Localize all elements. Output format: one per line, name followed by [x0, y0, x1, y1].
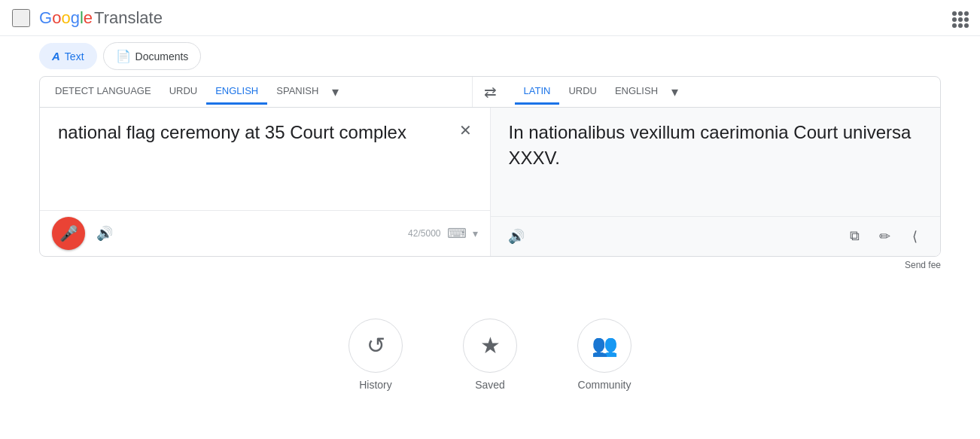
community-circle: 👥	[577, 319, 632, 373]
history-item[interactable]: ↺ History	[348, 319, 403, 391]
source-right-controls: 42/5000 ⌨ ▾	[408, 225, 477, 242]
saved-circle: ★	[463, 319, 517, 373]
swap-languages-button[interactable]: ⇄	[476, 77, 506, 107]
target-lang-tabs: LATIN URDU ENGLISH ▾	[509, 77, 941, 107]
header-left: Google Translate	[12, 8, 163, 28]
text-mode-icon: A	[52, 50, 60, 62]
community-label: Community	[578, 379, 632, 391]
source-panel: national flag ceremony at 35 Court compl…	[40, 108, 491, 256]
source-text-input[interactable]: national flag ceremony at 35 Court compl…	[58, 120, 472, 196]
documents-mode-icon: 📄	[116, 49, 131, 63]
target-action-buttons: ⧉ ✏ ⟨	[841, 223, 928, 250]
language-row: DETECT LANGUAGE URDU ENGLISH SPANISH ▾ ⇄…	[40, 77, 940, 108]
text-mode-label: Text	[65, 50, 84, 62]
listen-source-button[interactable]: 🔊	[91, 220, 118, 247]
target-panel: In nationalibus vexillum caerimonia Cour…	[491, 108, 941, 256]
logo-translate-text: Translate	[94, 8, 163, 28]
history-circle: ↺	[348, 319, 403, 373]
header: Google Translate	[0, 0, 980, 36]
share-button[interactable]: ⟨	[901, 223, 928, 250]
microphone-button[interactable]: 🎤	[52, 217, 85, 250]
documents-mode-button[interactable]: 📄 Documents	[103, 42, 202, 70]
text-mode-button[interactable]: A Text	[39, 43, 97, 69]
target-left-controls: 🔊	[503, 223, 530, 250]
history-icon: ↺	[367, 332, 385, 358]
logo: Google Translate	[39, 8, 163, 28]
documents-mode-label: Documents	[135, 50, 189, 62]
logo-google-text: Google	[39, 8, 93, 28]
source-input-area: national flag ceremony at 35 Court compl…	[40, 108, 490, 210]
panels: national flag ceremony at 35 Court compl…	[40, 108, 940, 256]
target-latin-tab[interactable]: LATIN	[515, 79, 560, 105]
source-urdu-tab[interactable]: URDU	[160, 79, 207, 105]
history-label: History	[359, 379, 392, 391]
copy-button[interactable]: ⧉	[841, 223, 868, 250]
community-item[interactable]: 👥 Community	[577, 319, 632, 391]
bottom-section: ↺ History ★ Saved 👥 Community	[0, 303, 980, 406]
char-count: 42/5000	[408, 228, 440, 239]
edit-button[interactable]: ✏	[871, 223, 898, 250]
send-feedback-link[interactable]: Send fee	[905, 260, 941, 270]
translated-text: In nationalibus vexillum caerimonia Cour…	[491, 108, 941, 216]
apps-button[interactable]	[950, 9, 968, 27]
source-lang-tabs: DETECT LANGUAGE URDU ENGLISH SPANISH ▾	[40, 77, 473, 107]
controls-left: 🎤 🔊	[52, 217, 118, 250]
keyboard-icon-wrapper: ⌨	[447, 225, 467, 242]
saved-icon: ★	[480, 332, 501, 358]
target-urdu-tab[interactable]: URDU	[559, 79, 606, 105]
mic-icon: 🎤	[59, 224, 78, 242]
feedback-row: Send fee	[0, 257, 980, 273]
detect-language-tab[interactable]: DETECT LANGUAGE	[46, 79, 160, 105]
source-more-button[interactable]: ▾	[327, 81, 343, 103]
source-spanish-tab[interactable]: SPANISH	[267, 79, 327, 105]
target-more-button[interactable]: ▾	[667, 81, 683, 103]
volume-icon: 🔊	[96, 225, 113, 242]
saved-item[interactable]: ★ Saved	[463, 319, 517, 391]
translate-box: DETECT LANGUAGE URDU ENGLISH SPANISH ▾ ⇄…	[39, 76, 941, 257]
swap-area: ⇄	[473, 77, 509, 107]
target-english-tab[interactable]: ENGLISH	[606, 79, 667, 105]
clear-button[interactable]: ✕	[454, 118, 478, 142]
listen-translation-button[interactable]: 🔊	[503, 223, 530, 250]
mode-bar: A Text 📄 Documents	[0, 36, 980, 76]
translate-container: DETECT LANGUAGE URDU ENGLISH SPANISH ▾ ⇄…	[39, 76, 941, 257]
source-controls: 🎤 🔊 42/5000 ⌨ ▾	[40, 210, 490, 256]
saved-label: Saved	[475, 379, 505, 391]
volume-icon-right: 🔊	[508, 228, 525, 245]
target-controls: 🔊 ⧉ ✏ ⟨	[491, 216, 941, 256]
menu-button[interactable]	[12, 9, 30, 27]
source-english-tab[interactable]: ENGLISH	[206, 79, 267, 105]
community-icon: 👥	[592, 333, 618, 358]
expand-icon-wrapper[interactable]: ▾	[473, 227, 478, 239]
apps-button-wrapper	[950, 9, 968, 27]
